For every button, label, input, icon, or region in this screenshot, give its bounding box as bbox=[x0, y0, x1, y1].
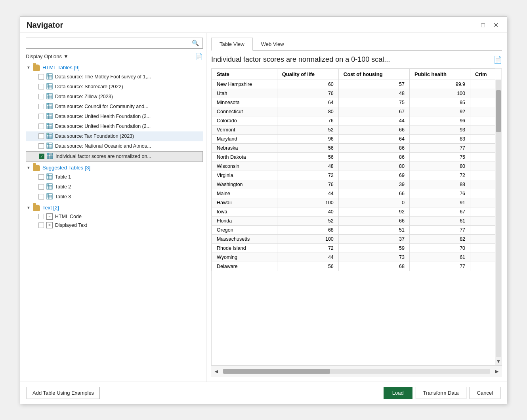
scroll-down-arrow[interactable]: ▼ bbox=[495, 358, 502, 365]
load-button[interactable]: Load bbox=[384, 387, 412, 399]
table-cell: 80 bbox=[409, 162, 470, 171]
table-icon bbox=[46, 183, 53, 191]
tree-item-sug3[interactable]: Table 3 bbox=[26, 192, 203, 202]
search-bar: 🔍 bbox=[26, 38, 203, 49]
transform-data-button[interactable]: Transform Data bbox=[416, 387, 466, 399]
cancel-button[interactable]: Cancel bbox=[470, 387, 500, 399]
svg-rect-31 bbox=[47, 103, 48, 105]
column-header: Quality of life bbox=[277, 68, 338, 80]
search-button[interactable]: 🔍 bbox=[189, 38, 202, 48]
item-label-item2: Data source: Sharecare (2022) bbox=[55, 84, 123, 89]
table-cell: 44 bbox=[277, 189, 338, 198]
table-cell: 56 bbox=[277, 152, 338, 162]
checkbox-item3[interactable] bbox=[38, 94, 44, 99]
table-cell: 68 bbox=[338, 262, 409, 271]
data-table-wrapper: StateQuality of lifeCost of housingPubli… bbox=[211, 68, 502, 365]
preview-export-icon[interactable]: 📄 bbox=[493, 55, 502, 64]
svg-rect-71 bbox=[47, 153, 49, 155]
tree-item-item5[interactable]: Data source: United Health Foundation (2… bbox=[26, 112, 203, 122]
table-row: Hawaii100091 bbox=[212, 198, 502, 207]
chevron-down-icon: ▼ bbox=[63, 53, 69, 59]
checkbox-item5[interactable] bbox=[38, 114, 44, 119]
display-options-button[interactable]: Display Options ▼ bbox=[26, 53, 69, 59]
table-cell: 76 bbox=[277, 89, 338, 98]
tree-item-sug2[interactable]: Table 2 bbox=[26, 182, 203, 192]
checkbox-sug2[interactable] bbox=[38, 184, 44, 190]
table-icon bbox=[46, 73, 53, 81]
add-table-button[interactable]: Add Table Using Examples bbox=[27, 387, 100, 399]
tree-item-sug1[interactable]: Table 1 bbox=[26, 172, 203, 182]
table-row: Iowa409267 bbox=[212, 207, 502, 216]
folder-icon bbox=[33, 65, 40, 71]
table-cell: 60 bbox=[277, 80, 338, 89]
preview-title: Individual factor scores are normalized … bbox=[211, 55, 489, 64]
checkbox-item2[interactable] bbox=[38, 84, 44, 89]
table-cell: Wyoming bbox=[212, 253, 277, 262]
export-icon[interactable]: 📄 bbox=[195, 53, 203, 60]
folder-icon bbox=[33, 165, 40, 171]
scroll-track bbox=[496, 76, 501, 357]
group-label-text: Text [2] bbox=[42, 205, 59, 211]
checkbox-txt2[interactable] bbox=[38, 222, 44, 228]
table-cell: New Hampshire bbox=[212, 80, 277, 89]
table-cell: 66 bbox=[338, 216, 409, 225]
vertical-scrollbar[interactable]: ▲ ▼ bbox=[495, 68, 502, 365]
tree-item-txt2[interactable]: ≡Displayed Text bbox=[26, 221, 203, 230]
tree-item-item6[interactable]: Data source: United Health Foundation (2… bbox=[26, 122, 203, 131]
table-row: North Dakota568675 bbox=[212, 152, 502, 162]
svg-rect-23 bbox=[47, 93, 48, 95]
item-label-item1: Data source: The Motley Fool survey of 1… bbox=[55, 74, 151, 80]
checkbox-item9[interactable]: ✓ bbox=[39, 154, 44, 159]
checkbox-item8[interactable] bbox=[38, 143, 44, 149]
table-cell: 70 bbox=[409, 243, 470, 253]
item-label-item3: Data source: Zillow (2023) bbox=[55, 94, 113, 99]
text-icon: ≡ bbox=[46, 222, 53, 228]
tree-item-item3[interactable]: Data source: Zillow (2023) bbox=[26, 92, 203, 102]
table-cell: 76 bbox=[409, 189, 470, 198]
table-cell: 48 bbox=[338, 89, 409, 98]
item-label-item9: Individual factor scores are normalized … bbox=[55, 154, 151, 159]
checkbox-sug3[interactable] bbox=[38, 194, 44, 200]
table-icon bbox=[47, 153, 53, 160]
checkbox-sug1[interactable] bbox=[38, 174, 44, 180]
navigator-window: Navigator □ ✕ 🔍 Display Options ▼ 📄 bbox=[20, 16, 507, 404]
table-icon bbox=[46, 103, 53, 110]
item-label-sug3: Table 3 bbox=[55, 194, 71, 200]
table-cell: Colorado bbox=[212, 116, 277, 125]
table-cell: 83 bbox=[409, 134, 470, 143]
table-row: Colorado764496 bbox=[212, 116, 502, 125]
scroll-left-arrow[interactable]: ◄ bbox=[211, 367, 221, 375]
tree-item-item4[interactable]: Data source: Council for Community and..… bbox=[26, 102, 203, 112]
tree-item-item8[interactable]: Data source: National Oceanic and Atmos.… bbox=[26, 141, 203, 151]
expand-arrow: ▼ bbox=[27, 65, 31, 70]
table-cell: Vermont bbox=[212, 125, 277, 134]
close-button[interactable]: ✕ bbox=[491, 21, 500, 30]
checkbox-item4[interactable] bbox=[38, 104, 44, 109]
tree-item-txt1[interactable]: ≡HTML Code bbox=[26, 212, 203, 221]
tree-item-item9[interactable]: ✓ Individual factor scores are normalize… bbox=[26, 151, 203, 162]
table-cell: Florida bbox=[212, 216, 277, 225]
tree-item-item1[interactable]: Data source: The Motley Fool survey of 1… bbox=[26, 72, 203, 82]
checkbox-item1[interactable] bbox=[38, 74, 44, 80]
table-cell: 44 bbox=[277, 253, 338, 262]
tree-group-header-html-tables[interactable]: ▼ HTML Tables [9] bbox=[26, 63, 203, 72]
table-cell: 52 bbox=[277, 125, 338, 134]
table-cell: 44 bbox=[338, 116, 409, 125]
tab-table-view[interactable]: Table View bbox=[211, 38, 253, 51]
column-header: Crim bbox=[470, 68, 502, 80]
tree-item-item2[interactable]: Data source: Sharecare (2022) bbox=[26, 82, 203, 92]
scroll-right-arrow[interactable]: ► bbox=[492, 367, 502, 375]
checkbox-item6[interactable] bbox=[38, 124, 44, 129]
item-label-sug2: Table 2 bbox=[55, 184, 71, 190]
checkbox-txt1[interactable] bbox=[38, 214, 44, 219]
tree-group-header-suggested-tables[interactable]: ▼ Suggested Tables [3] bbox=[26, 163, 203, 172]
data-table-container[interactable]: StateQuality of lifeCost of housingPubli… bbox=[212, 68, 502, 365]
tree-group-header-text[interactable]: ▼ Text [2] bbox=[26, 203, 203, 212]
checkbox-item7[interactable] bbox=[38, 133, 44, 139]
tree-item-item7[interactable]: Data source: Tax Foundation (2023) bbox=[26, 131, 203, 141]
maximize-button[interactable]: □ bbox=[478, 21, 488, 30]
search-input[interactable] bbox=[26, 38, 189, 48]
tab-web-view[interactable]: Web View bbox=[253, 38, 292, 50]
table-cell: Minnesota bbox=[212, 98, 277, 107]
table-cell: 0 bbox=[338, 198, 409, 207]
